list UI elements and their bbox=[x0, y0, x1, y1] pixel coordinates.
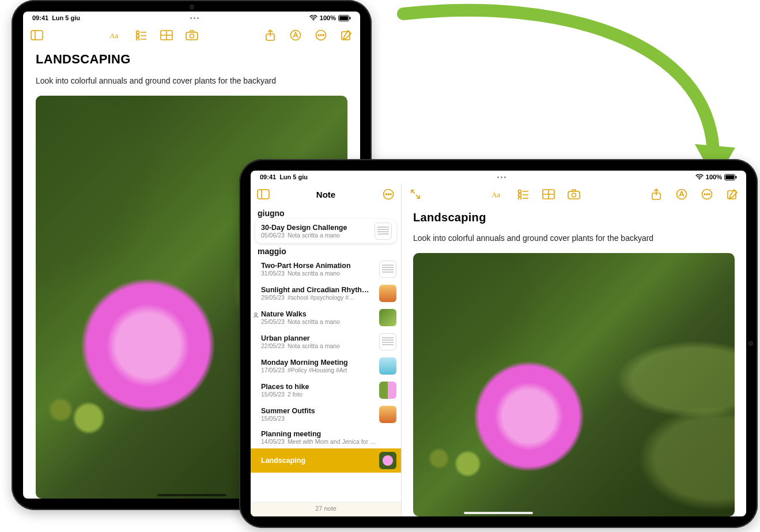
sidebar-note-item[interactable]: Monday Morning Meeting17/05/23#Policy #H… bbox=[251, 354, 401, 378]
note-item-thumb bbox=[379, 285, 396, 302]
battery-pct: 100% bbox=[706, 173, 722, 180]
sidebar-title: Note bbox=[270, 190, 381, 199]
svg-rect-30 bbox=[258, 190, 269, 199]
table-icon[interactable] bbox=[160, 28, 173, 42]
status-time: 09:41 bbox=[32, 14, 48, 21]
markup-icon[interactable] bbox=[289, 28, 303, 42]
note-item-subtitle: 14/05/23Meet with Mom and Jenica for … bbox=[261, 438, 396, 445]
sidebar-list-scroll[interactable]: giugno30-Day Design Challenge05/06/23Not… bbox=[251, 205, 401, 502]
note-item-title: Planning meeting bbox=[261, 430, 396, 438]
status-date: Lun 5 giu bbox=[279, 173, 308, 180]
sidebar-footer-count: 27 note bbox=[251, 502, 401, 516]
svg-point-52 bbox=[704, 194, 705, 195]
sidebar-section-header: maggio bbox=[251, 243, 401, 257]
note-item-thumb bbox=[379, 261, 396, 278]
camera-icon[interactable] bbox=[567, 187, 581, 201]
sidebar-note-item[interactable]: Landscaping bbox=[251, 448, 401, 473]
status-date: Lun 5 giu bbox=[52, 14, 80, 21]
home-indicator[interactable] bbox=[157, 494, 226, 496]
note-item-title: Urban planner bbox=[261, 334, 375, 342]
note-text[interactable]: Look into colorful annuals and ground co… bbox=[413, 233, 735, 243]
sidebar-note-item[interactable]: Planning meeting14/05/23Meet with Mom an… bbox=[251, 427, 401, 448]
svg-point-35 bbox=[390, 194, 391, 195]
home-indicator[interactable] bbox=[464, 512, 533, 514]
note-item-thumb bbox=[379, 357, 396, 375]
checklist-icon[interactable] bbox=[134, 28, 148, 42]
svg-point-22 bbox=[318, 35, 319, 36]
share-icon[interactable] bbox=[263, 28, 277, 42]
note-item-title: Two-Part Horse Animation bbox=[261, 262, 375, 270]
compose-icon[interactable] bbox=[339, 28, 353, 42]
wifi-icon bbox=[695, 174, 704, 180]
svg-point-34 bbox=[388, 194, 389, 195]
note-item-thumb bbox=[375, 222, 392, 240]
note-item-thumb bbox=[379, 452, 396, 469]
expand-icon[interactable] bbox=[409, 187, 422, 201]
sidebar-note-item[interactable]: Summer Outfits15/05/23 bbox=[251, 402, 401, 427]
multitask-dots[interactable] bbox=[493, 176, 510, 178]
screen-landscape: 09:41 Lun 5 giu 100% Note bbox=[251, 171, 746, 516]
svg-point-18 bbox=[190, 34, 194, 38]
note-item-thumb bbox=[379, 406, 396, 423]
svg-point-53 bbox=[706, 194, 708, 195]
svg-rect-3 bbox=[339, 16, 348, 20]
sidebar-note-item[interactable]: Urban planner22/05/23Nota scritta a mano bbox=[251, 330, 401, 354]
note-item-title: Places to hike bbox=[261, 383, 375, 391]
note-item-thumb bbox=[379, 333, 396, 350]
svg-point-33 bbox=[385, 194, 387, 195]
svg-point-48 bbox=[572, 193, 576, 197]
note-item-subtitle: 05/06/23Nota scritta a mano bbox=[261, 232, 370, 239]
note-title[interactable]: Landscaping bbox=[413, 211, 735, 224]
note-item-title: Summer Outfits bbox=[261, 407, 375, 415]
note-item-title: Monday Morning Meeting bbox=[261, 359, 375, 367]
svg-rect-29 bbox=[735, 176, 736, 178]
table-icon[interactable] bbox=[542, 187, 555, 201]
compose-icon[interactable] bbox=[725, 187, 739, 201]
status-bar: 09:41 Lun 5 giu 100% bbox=[23, 12, 360, 24]
wifi-icon bbox=[309, 15, 317, 21]
text-format-icon[interactable]: Aa bbox=[491, 187, 505, 201]
svg-text:Aa: Aa bbox=[491, 190, 500, 199]
sidebar-note-item[interactable]: Places to hike15/05/232 foto bbox=[251, 378, 401, 402]
share-icon[interactable] bbox=[649, 187, 663, 201]
markup-icon[interactable] bbox=[675, 187, 689, 201]
svg-point-38 bbox=[519, 190, 521, 193]
more-icon[interactable] bbox=[381, 187, 395, 201]
camera-dot bbox=[190, 5, 194, 9]
more-icon[interactable] bbox=[314, 28, 328, 42]
note-detail-pane: Aa Landscaping Look into colorful annu bbox=[402, 183, 746, 516]
sidebar-note-item[interactable]: Sunlight and Circadian Rhyth…29/05/23#sc… bbox=[251, 281, 401, 305]
svg-point-12 bbox=[136, 38, 139, 41]
status-time: 09:41 bbox=[260, 173, 276, 180]
text-format-icon[interactable]: Aa bbox=[109, 28, 123, 42]
camera-icon[interactable] bbox=[185, 28, 199, 42]
sidebar-toggle-icon[interactable] bbox=[256, 187, 270, 201]
note-item-title: Landscaping bbox=[261, 456, 375, 465]
note-item-subtitle: 29/05/23#school #psychology #… bbox=[261, 294, 375, 301]
note-item-title: Sunlight and Circadian Rhyth… bbox=[261, 286, 375, 294]
sidebar-note-item[interactable]: 30-Day Design Challenge05/06/23Nota scri… bbox=[255, 219, 396, 243]
notes-sidebar: Note giugno30-Day Design Challenge05/06/… bbox=[251, 183, 402, 516]
svg-point-1 bbox=[313, 20, 314, 21]
sidebar-note-item[interactable]: Nature Walks25/05/23Nota scritta a mano bbox=[251, 305, 401, 330]
more-icon[interactable] bbox=[700, 187, 714, 201]
note-item-subtitle: 15/05/232 foto bbox=[261, 391, 375, 398]
svg-point-42 bbox=[519, 197, 521, 200]
note-title[interactable]: LANDSCAPING bbox=[36, 52, 347, 67]
note-item-subtitle: 15/05/23 bbox=[261, 415, 375, 422]
note-text[interactable]: Look into colorful annuals and ground co… bbox=[36, 76, 347, 85]
battery-icon bbox=[724, 174, 737, 180]
svg-point-26 bbox=[699, 179, 700, 180]
note-photo[interactable] bbox=[413, 253, 735, 516]
note-item-title: Nature Walks bbox=[261, 310, 375, 318]
svg-point-24 bbox=[323, 35, 324, 36]
multitask-dots[interactable] bbox=[186, 17, 203, 19]
checklist-icon[interactable] bbox=[516, 187, 530, 201]
sidebar-note-item[interactable]: Two-Part Horse Animation31/05/23Nota scr… bbox=[251, 257, 401, 281]
sidebar-toggle-icon[interactable] bbox=[30, 28, 44, 42]
battery-icon bbox=[338, 15, 351, 21]
ipad-landscape: 09:41 Lun 5 giu 100% Note bbox=[239, 159, 758, 528]
note-item-thumb bbox=[379, 382, 396, 399]
camera-dot bbox=[748, 341, 753, 346]
svg-rect-5 bbox=[31, 31, 43, 40]
